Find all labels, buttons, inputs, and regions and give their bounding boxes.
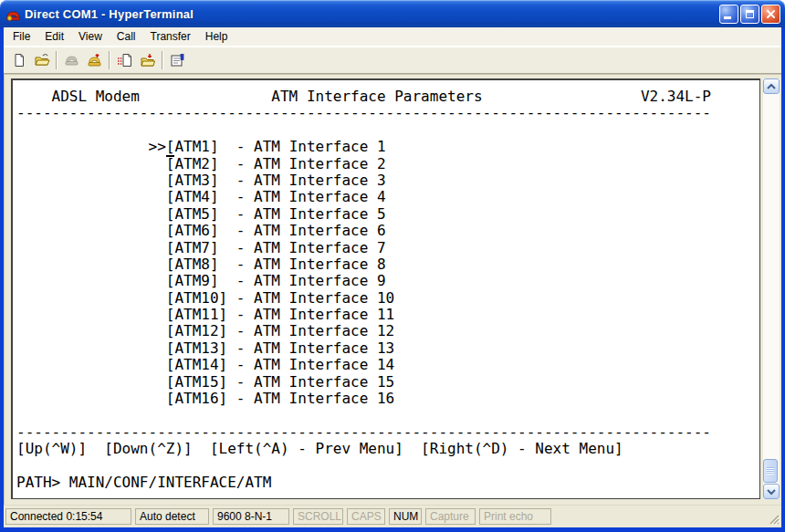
terminal-line: PATH> MAIN/CONF/INTERFACE/ATM [16,475,759,491]
scroll-down-button[interactable] [763,484,780,499]
terminal-line: [ATM8] - ATM Interface 8 [16,256,759,273]
call-phone-icon-disabled [64,53,79,68]
terminal-line [16,122,759,139]
chevron-down-icon [766,488,777,495]
menu-transfer[interactable]: Transfer [143,28,198,45]
open-button[interactable] [30,48,53,71]
status-num-lock: NUM [389,508,422,525]
terminal-line: [ATM2] - ATM Interface 2 [16,156,759,172]
terminal-margin: ADSL Modem ATM Interface Parameters V2.3… [4,74,763,505]
terminal-line: [ATM15] - ATM Interface 15 [16,374,759,391]
properties-icon [170,53,185,68]
thumb-grip-icon [767,467,774,475]
menu-edit[interactable]: Edit [37,28,71,45]
open-folder-icon [34,53,50,68]
terminal-viewport: ADSL Modem ATM Interface Parameters V2.3… [11,78,760,499]
terminal-line: [ATM12] - ATM Interface 12 [16,323,759,339]
maximize-button[interactable] [740,5,759,24]
toolbar-separator [162,51,163,69]
client-area: ADSL Modem ATM Interface Parameters V2.3… [4,74,781,505]
menu-call[interactable]: Call [110,28,143,45]
terminal-line: [ATM14] - ATM Interface 14 [16,357,759,373]
minimize-button[interactable] [719,5,738,24]
terminal-line: [ATM16] - ATM Interface 16 [16,391,759,407]
status-capture: Capture [425,508,476,525]
send-file-icon [117,53,133,68]
menu-help[interactable]: Help [198,28,236,45]
status-connection: Connected 0:15:54 [5,508,131,525]
terminal-line [16,407,759,423]
toolbar-separator [56,51,58,69]
disconnect-button[interactable] [83,48,106,71]
maximize-icon [746,10,754,18]
terminal-line: [ATM11] - ATM Interface 11 [16,307,759,323]
new-document-button[interactable] [7,48,30,71]
menu-view[interactable]: View [71,28,110,45]
terminal-line: [ATM13] - ATM Interface 13 [16,340,759,357]
terminal-line: ADSL Modem ATM Interface Parameters V2.3… [16,89,759,105]
resize-grip[interactable] [767,512,780,526]
minimize-icon [724,16,731,19]
scrollbar-thumb[interactable] [763,459,778,483]
terminal-line: [ATM4] - ATM Interface 4 [16,189,759,205]
new-document-icon [12,53,26,68]
close-button[interactable] [761,5,780,24]
status-baud-settings: 9600 8-N-1 [213,508,289,525]
vertical-scrollbar[interactable] [763,78,780,499]
window-title: Direct COM1 - HyperTerminal [25,7,719,21]
terminal-line: ----------------------------------------… [16,105,759,121]
terminal-line: [ATM7] - ATM Interface 7 [16,240,759,256]
chevron-up-icon [766,83,777,90]
send-button[interactable] [113,48,136,71]
scroll-up-button[interactable] [763,78,780,94]
toolbar-separator [109,51,110,69]
statusbar: Connected 0:15:54 Auto detect 9600 8-N-1… [4,505,781,527]
disconnect-phone-icon [87,53,102,68]
terminal-line: [ATM6] - ATM Interface 6 [16,223,759,239]
terminal-line: >>[ATM1] - ATM Interface 1 [16,139,759,155]
menubar: File Edit View Call Transfer Help [4,27,781,47]
receive-folder-icon [140,53,156,68]
terminal-line: [ATM3] - ATM Interface 3 [16,172,759,189]
status-scroll-lock: SCROLL [293,508,343,525]
terminal-screen[interactable]: ADSL Modem ATM Interface Parameters V2.3… [13,80,759,491]
terminal-line [16,458,759,475]
window-bottom-border [0,527,785,532]
terminal-line: [ATM5] - ATM Interface 5 [16,206,759,223]
status-print-echo: Print echo [479,508,551,525]
call-button[interactable] [60,48,83,71]
properties-button[interactable] [166,48,189,71]
receive-button[interactable] [136,48,159,71]
terminal-line: [ATM10] - ATM Interface 10 [16,290,759,307]
terminal-line: ----------------------------------------… [16,424,759,441]
app-phone-icon[interactable] [5,6,21,22]
status-emulation: Auto detect [135,508,209,525]
close-icon [766,9,776,19]
toolbar [4,47,781,74]
menu-file[interactable]: File [5,28,37,45]
status-caps-lock: CAPS [347,508,385,525]
scrollbar-track[interactable] [763,94,780,484]
hyperterminal-window: Direct COM1 - HyperTerminal File Edit Vi… [0,0,785,532]
terminal-line: [ATM9] - ATM Interface 9 [16,273,759,289]
terminal-line: [Up(^W)] [Down(^Z)] [Left(^A) - Prev Men… [16,441,759,457]
titlebar[interactable]: Direct COM1 - HyperTerminal [0,0,785,27]
